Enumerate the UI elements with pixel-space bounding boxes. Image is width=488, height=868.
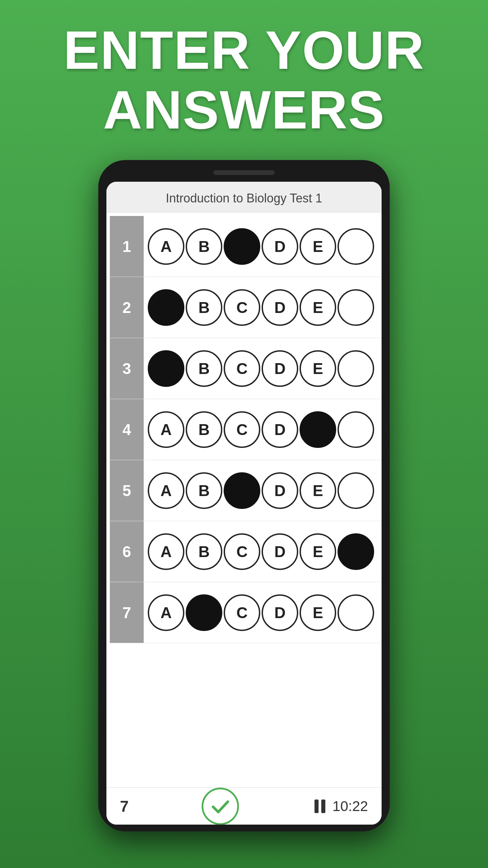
answer-row: 4ABCD xyxy=(106,399,382,460)
option-circle[interactable]: E xyxy=(300,350,336,387)
phone-speaker xyxy=(214,170,274,175)
option-circle[interactable]: B xyxy=(186,228,222,265)
option-circle[interactable]: B xyxy=(186,350,222,387)
option-circle[interactable] xyxy=(300,411,336,448)
options-container: ABDE xyxy=(144,228,378,265)
option-circle[interactable]: A xyxy=(148,411,184,448)
answer-row: 3BCDE xyxy=(106,338,382,399)
option-circle[interactable]: C xyxy=(224,350,260,387)
options-container: ABCD xyxy=(144,411,378,448)
option-circle[interactable]: E xyxy=(300,228,336,265)
checkmark-icon xyxy=(209,795,231,817)
row-number: 2 xyxy=(110,277,144,338)
options-container: ABCDE xyxy=(144,533,378,570)
option-circle[interactable] xyxy=(338,289,374,326)
answer-row: 1ABDE xyxy=(106,216,382,277)
option-circle[interactable]: D xyxy=(262,289,298,326)
option-circle[interactable]: C xyxy=(224,411,260,448)
option-circle[interactable]: E xyxy=(300,289,336,326)
row-number: 6 xyxy=(110,521,144,582)
row-number: 3 xyxy=(110,338,144,399)
option-circle[interactable] xyxy=(148,350,184,387)
option-circle[interactable]: D xyxy=(262,228,298,265)
page-header: ENTER YOUR ANSWERS xyxy=(63,20,425,140)
options-container: BCDE xyxy=(144,350,378,387)
option-circle[interactable]: E xyxy=(300,594,336,631)
answer-row: 2BCDE xyxy=(106,277,382,338)
option-circle[interactable] xyxy=(186,594,222,631)
option-circle[interactable]: D xyxy=(262,350,298,387)
option-circle[interactable] xyxy=(338,411,374,448)
row-number: 4 xyxy=(110,399,144,460)
pause-button[interactable] xyxy=(312,798,328,814)
option-circle[interactable]: A xyxy=(148,533,184,570)
option-circle[interactable]: E xyxy=(300,472,336,509)
option-circle[interactable]: D xyxy=(262,594,298,631)
options-container: BCDE xyxy=(144,289,378,326)
option-circle[interactable]: D xyxy=(262,533,298,570)
answer-row: 6ABCDE xyxy=(106,521,382,582)
header-line2: ANSWERS xyxy=(63,80,425,140)
option-circle[interactable]: D xyxy=(262,411,298,448)
options-container: ACDE xyxy=(144,594,378,631)
phone-device: Introduction to Biology Test 1 1ABDE2BCD… xyxy=(98,160,390,831)
option-circle[interactable]: E xyxy=(300,533,336,570)
option-circle[interactable]: B xyxy=(186,289,222,326)
option-circle[interactable]: C xyxy=(224,533,260,570)
option-circle[interactable] xyxy=(224,228,260,265)
question-count: 7 xyxy=(120,797,129,815)
option-circle[interactable] xyxy=(338,594,374,631)
row-number: 1 xyxy=(110,216,144,277)
row-number: 5 xyxy=(110,460,144,521)
option-circle[interactable]: C xyxy=(224,289,260,326)
option-circle[interactable] xyxy=(338,350,374,387)
options-container: ABDE xyxy=(144,472,378,509)
option-circle[interactable] xyxy=(338,472,374,509)
answer-grid: 1ABDE2BCDE3BCDE4ABCD5ABDE6ABCDE7ACDE xyxy=(106,213,382,787)
option-circle[interactable] xyxy=(224,472,260,509)
option-circle[interactable] xyxy=(148,289,184,326)
answer-row: 7ACDE xyxy=(106,582,382,643)
option-circle[interactable]: A xyxy=(148,594,184,631)
checkmark-button[interactable] xyxy=(202,788,239,825)
option-circle[interactable]: A xyxy=(148,228,184,265)
screen-title: Introduction to Biology Test 1 xyxy=(106,182,382,213)
option-circle[interactable]: D xyxy=(262,472,298,509)
option-circle[interactable]: C xyxy=(224,594,260,631)
option-circle[interactable]: B xyxy=(186,533,222,570)
bottom-bar: 7 10:22 xyxy=(106,787,382,825)
header-line1: ENTER YOUR xyxy=(63,20,425,80)
timer-display: 10:22 xyxy=(312,798,368,814)
phone-screen: Introduction to Biology Test 1 1ABDE2BCD… xyxy=(106,182,382,825)
option-circle[interactable] xyxy=(338,228,374,265)
row-number: 7 xyxy=(110,582,144,643)
timer-text: 10:22 xyxy=(332,798,368,814)
option-circle[interactable] xyxy=(338,533,374,570)
option-circle[interactable]: B xyxy=(186,472,222,509)
answer-row: 5ABDE xyxy=(106,460,382,521)
option-circle[interactable]: B xyxy=(186,411,222,448)
option-circle[interactable]: A xyxy=(148,472,184,509)
